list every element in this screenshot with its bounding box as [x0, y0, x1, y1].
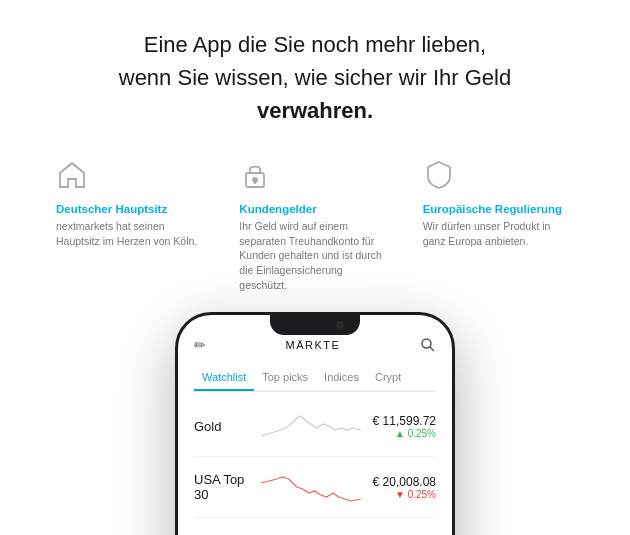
- stock-name-usa: USA Top 30: [194, 472, 249, 502]
- phone-camera: [336, 321, 344, 329]
- home-icon: [56, 159, 92, 195]
- screen-tabs: Watchlist Top picks Indices Crypt: [194, 365, 436, 392]
- stock-item-usa[interactable]: USA Top 30 € 20,008.08 ▼ 0.25%: [194, 457, 436, 518]
- feature-home-desc: nextmarkets hat seinen Hauptsitz im Herz…: [56, 219, 207, 248]
- stock-change-usa: ▼ 0.25%: [373, 489, 436, 500]
- stock-change-gold: ▲ 0.25%: [373, 428, 436, 439]
- search-icon[interactable]: [420, 337, 436, 353]
- feature-lock: Kundengelder Ihr Geld wird auf einem sep…: [223, 159, 406, 292]
- header-title: Eine App die Sie noch mehr lieben, wenn …: [60, 28, 570, 127]
- features-section: Deutscher Hauptsitz nextmarkets hat sein…: [0, 151, 630, 292]
- stock-price-gold: € 11,599.72: [373, 414, 436, 428]
- feature-home: Deutscher Hauptsitz nextmarkets hat sein…: [40, 159, 223, 292]
- feature-shield-title: Europäische Regulierung: [423, 203, 574, 215]
- stock-price-usa: € 20,008.08: [373, 475, 436, 489]
- screen-topbar: ✏ MÄRKTE: [194, 337, 436, 353]
- stock-price-block-usa: € 20,008.08 ▼ 0.25%: [373, 475, 436, 500]
- feature-shield-desc: Wir dürfen unser Produkt in ganz Europa …: [423, 219, 574, 248]
- stock-price-block-gold: € 11,599.72 ▲ 0.25%: [373, 414, 436, 439]
- stock-chart-usa: [257, 469, 365, 505]
- tab-indices[interactable]: Indices: [316, 365, 367, 391]
- svg-point-3: [422, 339, 431, 348]
- header-section: Eine App die Sie noch mehr lieben, wenn …: [0, 0, 630, 151]
- screen-content: ✏ MÄRKTE Watchlist Top picks Indices Cry…: [178, 315, 452, 535]
- feature-lock-title: Kundengelder: [239, 203, 390, 215]
- phone-frame: ✏ MÄRKTE Watchlist Top picks Indices Cry…: [175, 312, 455, 535]
- tab-toppicks[interactable]: Top picks: [254, 365, 316, 391]
- stock-item-gold[interactable]: Gold € 11,599.72 ▲ 0.25%: [194, 396, 436, 457]
- stock-name-gold: Gold: [194, 419, 249, 434]
- lock-icon: [239, 159, 275, 195]
- feature-home-title: Deutscher Hauptsitz: [56, 203, 207, 215]
- stock-list: Gold € 11,599.72 ▲ 0.25% US: [194, 392, 436, 518]
- phone-mockup: ✏ MÄRKTE Watchlist Top picks Indices Cry…: [0, 312, 630, 535]
- feature-shield: Europäische Regulierung Wir dürfen unser…: [407, 159, 590, 292]
- phone-notch: [270, 315, 360, 335]
- tab-crypto[interactable]: Crypt: [367, 365, 409, 391]
- svg-line-4: [430, 347, 434, 351]
- screen-title: MÄRKTE: [286, 339, 341, 351]
- shield-icon: [423, 159, 459, 195]
- stock-chart-gold: [257, 408, 365, 444]
- feature-lock-desc: Ihr Geld wird auf einem separaten Treuha…: [239, 219, 390, 292]
- tab-watchlist[interactable]: Watchlist: [194, 365, 254, 391]
- edit-icon[interactable]: ✏: [194, 337, 206, 353]
- svg-point-1: [253, 178, 257, 182]
- phone-screen: ✏ MÄRKTE Watchlist Top picks Indices Cry…: [178, 315, 452, 535]
